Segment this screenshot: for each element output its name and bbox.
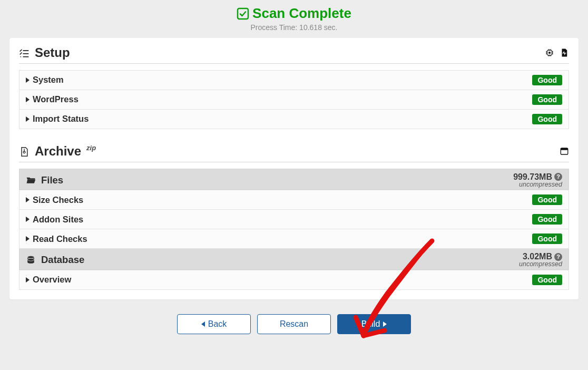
database-size: 3.02MB xyxy=(523,252,552,261)
folder-open-icon xyxy=(26,175,36,185)
build-label: Build xyxy=(361,319,380,329)
database-icon xyxy=(26,255,36,265)
results-panel: Setup xyxy=(9,38,579,299)
status-badge: Good xyxy=(532,275,562,285)
row-label: Addon Sites xyxy=(33,215,83,225)
files-note: uncompressed xyxy=(513,181,562,188)
status-badge: Good xyxy=(532,114,562,124)
process-time: Process Time: 10.618 sec. xyxy=(0,23,588,32)
archive-format: zip xyxy=(86,144,96,152)
build-button[interactable]: Build xyxy=(337,314,411,334)
database-note: uncompressed xyxy=(519,261,562,268)
scan-complete-label: Scan Complete xyxy=(252,5,351,22)
status-badge: Good xyxy=(532,233,562,244)
database-category: Database 3.02MB ? uncompressed xyxy=(19,249,569,270)
setup-row-system[interactable]: System Good xyxy=(19,70,569,90)
caret-right-icon xyxy=(26,277,30,283)
status-badge: Good xyxy=(532,75,562,85)
scan-complete-title: Scan Complete xyxy=(237,5,351,22)
triangle-right-icon xyxy=(383,322,387,327)
archive-title: Archive xyxy=(35,144,81,159)
triangle-left-icon xyxy=(201,322,205,327)
back-label: Back xyxy=(208,319,227,329)
rescan-label: Rescan xyxy=(280,319,308,329)
files-row-size-checks[interactable]: Size Checks Good xyxy=(19,190,569,210)
database-title: Database xyxy=(41,254,84,266)
rescan-button[interactable]: Rescan xyxy=(257,314,331,334)
archive-file-icon xyxy=(19,147,30,157)
caret-right-icon xyxy=(26,236,30,241)
status-badge: Good xyxy=(532,94,562,105)
svg-point-3 xyxy=(20,56,21,57)
files-row-addon-sites[interactable]: Addon Sites Good xyxy=(19,210,569,229)
setup-row-wordpress[interactable]: WordPress Good xyxy=(19,90,569,110)
caret-right-icon xyxy=(26,97,30,102)
help-icon[interactable]: ? xyxy=(554,173,562,181)
row-label: WordPress xyxy=(33,94,79,104)
checklist-icon xyxy=(19,48,30,59)
setup-section-header: Setup xyxy=(19,45,569,64)
setup-title: Setup xyxy=(35,45,70,60)
svg-point-19 xyxy=(23,151,25,153)
svg-rect-22 xyxy=(561,148,568,150)
row-label: System xyxy=(33,75,64,85)
chip-icon[interactable] xyxy=(545,48,554,57)
files-size: 999.73MB xyxy=(513,173,552,181)
caret-right-icon xyxy=(26,197,30,202)
files-category: Files 999.73MB ? uncompressed xyxy=(19,169,569,190)
file-heartbeat-icon[interactable] xyxy=(560,48,569,57)
status-badge: Good xyxy=(532,194,562,205)
checkbox-icon xyxy=(237,7,249,20)
files-row-read-checks[interactable]: Read Checks Good xyxy=(19,229,569,249)
row-label: Overview xyxy=(33,275,71,285)
status-badge: Good xyxy=(532,214,562,225)
window-icon[interactable] xyxy=(560,147,569,156)
row-label: Size Checks xyxy=(33,195,83,205)
caret-right-icon xyxy=(26,77,30,83)
setup-row-import-status[interactable]: Import Status Good xyxy=(19,110,569,129)
files-title: Files xyxy=(41,174,63,186)
back-button[interactable]: Back xyxy=(177,314,251,334)
help-icon[interactable]: ? xyxy=(554,253,562,261)
database-row-overview[interactable]: Overview Good xyxy=(19,270,569,290)
caret-right-icon xyxy=(26,217,30,222)
archive-section-header: Archive zip xyxy=(19,144,569,162)
row-label: Read Checks xyxy=(33,234,87,244)
caret-right-icon xyxy=(26,116,30,122)
row-label: Import Status xyxy=(33,114,89,124)
svg-rect-0 xyxy=(238,8,248,19)
svg-rect-6 xyxy=(548,52,551,54)
button-bar: Back Rescan Build xyxy=(0,299,588,334)
